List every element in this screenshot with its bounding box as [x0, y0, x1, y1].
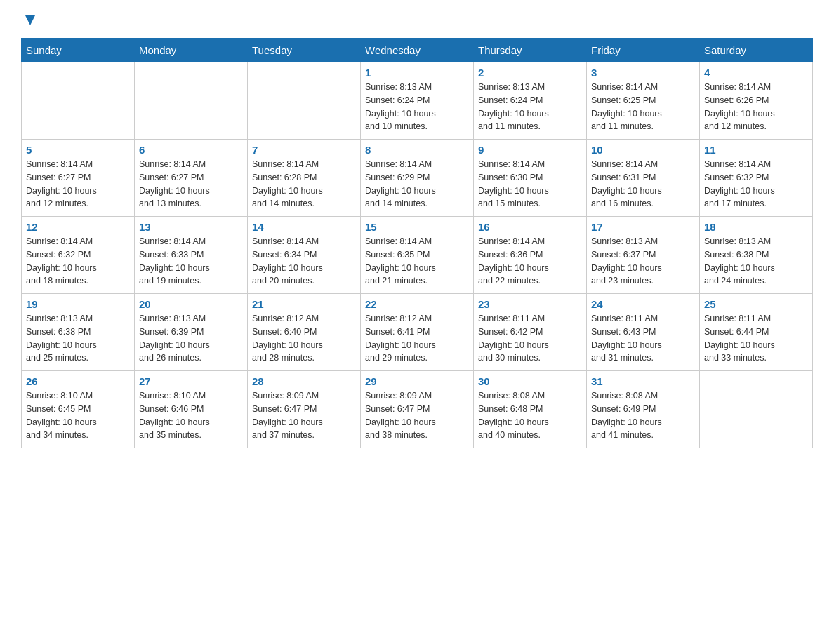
day-info: Sunrise: 8:12 AM Sunset: 6:40 PM Dayligh…: [252, 312, 356, 365]
day-number: 2: [478, 67, 582, 79]
day-info: Sunrise: 8:09 AM Sunset: 6:47 PM Dayligh…: [365, 389, 469, 442]
calendar-cell: 13Sunrise: 8:14 AM Sunset: 6:33 PM Dayli…: [135, 217, 248, 294]
day-number: 9: [478, 144, 582, 156]
day-info: Sunrise: 8:14 AM Sunset: 6:26 PM Dayligh…: [704, 81, 808, 133]
day-info: Sunrise: 8:13 AM Sunset: 6:39 PM Dayligh…: [139, 312, 243, 365]
day-number: 7: [252, 144, 356, 156]
day-number: 12: [26, 221, 130, 233]
day-info: Sunrise: 8:14 AM Sunset: 6:32 PM Dayligh…: [26, 235, 130, 288]
day-info: Sunrise: 8:14 AM Sunset: 6:36 PM Dayligh…: [478, 235, 582, 288]
calendar-cell: 1Sunrise: 8:13 AM Sunset: 6:24 PM Daylig…: [361, 62, 474, 140]
day-number: 19: [26, 298, 130, 310]
day-info: Sunrise: 8:13 AM Sunset: 6:37 PM Dayligh…: [591, 235, 695, 288]
calendar-cell: 30Sunrise: 8:08 AM Sunset: 6:48 PM Dayli…: [474, 371, 587, 448]
day-number: 27: [139, 375, 243, 387]
calendar-cell: 14Sunrise: 8:14 AM Sunset: 6:34 PM Dayli…: [248, 217, 361, 294]
calendar-cell: 9Sunrise: 8:14 AM Sunset: 6:30 PM Daylig…: [474, 140, 587, 217]
day-number: 17: [591, 221, 695, 233]
day-number: 13: [139, 221, 243, 233]
calendar-cell: 25Sunrise: 8:11 AM Sunset: 6:44 PM Dayli…: [700, 294, 813, 371]
day-info: Sunrise: 8:14 AM Sunset: 6:28 PM Dayligh…: [252, 158, 356, 210]
column-header-monday: Monday: [135, 39, 248, 62]
day-info: Sunrise: 8:12 AM Sunset: 6:41 PM Dayligh…: [365, 312, 469, 365]
day-info: Sunrise: 8:10 AM Sunset: 6:45 PM Dayligh…: [26, 389, 130, 442]
day-info: Sunrise: 8:09 AM Sunset: 6:47 PM Dayligh…: [252, 389, 356, 442]
day-info: Sunrise: 8:13 AM Sunset: 6:24 PM Dayligh…: [478, 81, 582, 133]
calendar-cell: 28Sunrise: 8:09 AM Sunset: 6:47 PM Dayli…: [248, 371, 361, 448]
calendar-cell: 10Sunrise: 8:14 AM Sunset: 6:31 PM Dayli…: [587, 140, 700, 217]
calendar-table: SundayMondayTuesdayWednesdayThursdayFrid…: [21, 38, 813, 448]
calendar-cell: [248, 62, 361, 140]
day-info: Sunrise: 8:14 AM Sunset: 6:35 PM Dayligh…: [365, 235, 469, 288]
day-number: 5: [26, 144, 130, 156]
day-number: 24: [591, 298, 695, 310]
day-number: 15: [365, 221, 469, 233]
day-number: 1: [365, 67, 469, 79]
day-number: 18: [704, 221, 808, 233]
column-header-tuesday: Tuesday: [248, 39, 361, 62]
page-header: [21, 14, 813, 24]
day-info: Sunrise: 8:13 AM Sunset: 6:38 PM Dayligh…: [704, 235, 808, 288]
day-number: 25: [704, 298, 808, 310]
calendar-cell: 26Sunrise: 8:10 AM Sunset: 6:45 PM Dayli…: [22, 371, 135, 448]
day-number: 4: [704, 67, 808, 79]
calendar-cell: [22, 62, 135, 140]
calendar-cell: 18Sunrise: 8:13 AM Sunset: 6:38 PM Dayli…: [700, 217, 813, 294]
day-number: 11: [704, 144, 808, 156]
calendar-cell: 7Sunrise: 8:14 AM Sunset: 6:28 PM Daylig…: [248, 140, 361, 217]
calendar-cell: 4Sunrise: 8:14 AM Sunset: 6:26 PM Daylig…: [700, 62, 813, 140]
column-header-saturday: Saturday: [700, 39, 813, 62]
day-info: Sunrise: 8:11 AM Sunset: 6:44 PM Dayligh…: [704, 312, 808, 365]
day-info: Sunrise: 8:13 AM Sunset: 6:24 PM Dayligh…: [365, 81, 469, 133]
calendar-cell: 5Sunrise: 8:14 AM Sunset: 6:27 PM Daylig…: [22, 140, 135, 217]
calendar-cell: 16Sunrise: 8:14 AM Sunset: 6:36 PM Dayli…: [474, 217, 587, 294]
day-info: Sunrise: 8:14 AM Sunset: 6:27 PM Dayligh…: [139, 158, 243, 210]
calendar-cell: 6Sunrise: 8:14 AM Sunset: 6:27 PM Daylig…: [135, 140, 248, 217]
day-number: 21: [252, 298, 356, 310]
day-info: Sunrise: 8:08 AM Sunset: 6:48 PM Dayligh…: [478, 389, 582, 442]
calendar-week-row: 19Sunrise: 8:13 AM Sunset: 6:38 PM Dayli…: [22, 294, 813, 371]
calendar-cell: 11Sunrise: 8:14 AM Sunset: 6:32 PM Dayli…: [700, 140, 813, 217]
day-number: 22: [365, 298, 469, 310]
calendar-cell: 20Sunrise: 8:13 AM Sunset: 6:39 PM Dayli…: [135, 294, 248, 371]
day-number: 6: [139, 144, 243, 156]
day-info: Sunrise: 8:14 AM Sunset: 6:32 PM Dayligh…: [704, 158, 808, 210]
day-info: Sunrise: 8:14 AM Sunset: 6:34 PM Dayligh…: [252, 235, 356, 288]
calendar-week-row: 12Sunrise: 8:14 AM Sunset: 6:32 PM Dayli…: [22, 217, 813, 294]
day-number: 28: [252, 375, 356, 387]
calendar-header-row: SundayMondayTuesdayWednesdayThursdayFrid…: [22, 39, 813, 62]
day-info: Sunrise: 8:08 AM Sunset: 6:49 PM Dayligh…: [591, 389, 695, 442]
day-number: 30: [478, 375, 582, 387]
day-number: 16: [478, 221, 582, 233]
day-info: Sunrise: 8:11 AM Sunset: 6:42 PM Dayligh…: [478, 312, 582, 365]
day-info: Sunrise: 8:14 AM Sunset: 6:31 PM Dayligh…: [591, 158, 695, 210]
logo-triangle-icon: [22, 13, 38, 28]
calendar-cell: 19Sunrise: 8:13 AM Sunset: 6:38 PM Dayli…: [22, 294, 135, 371]
svg-marker-0: [25, 15, 35, 25]
day-number: 31: [591, 375, 695, 387]
calendar-week-row: 5Sunrise: 8:14 AM Sunset: 6:27 PM Daylig…: [22, 140, 813, 217]
day-number: 20: [139, 298, 243, 310]
calendar-cell: 3Sunrise: 8:14 AM Sunset: 6:25 PM Daylig…: [587, 62, 700, 140]
day-number: 29: [365, 375, 469, 387]
calendar-cell: 23Sunrise: 8:11 AM Sunset: 6:42 PM Dayli…: [474, 294, 587, 371]
column-header-wednesday: Wednesday: [361, 39, 474, 62]
calendar-cell: 22Sunrise: 8:12 AM Sunset: 6:41 PM Dayli…: [361, 294, 474, 371]
day-info: Sunrise: 8:13 AM Sunset: 6:38 PM Dayligh…: [26, 312, 130, 365]
calendar-cell: 31Sunrise: 8:08 AM Sunset: 6:49 PM Dayli…: [587, 371, 700, 448]
logo: [21, 14, 38, 24]
calendar-cell: 8Sunrise: 8:14 AM Sunset: 6:29 PM Daylig…: [361, 140, 474, 217]
calendar-cell: 12Sunrise: 8:14 AM Sunset: 6:32 PM Dayli…: [22, 217, 135, 294]
calendar-cell: 27Sunrise: 8:10 AM Sunset: 6:46 PM Dayli…: [135, 371, 248, 448]
day-info: Sunrise: 8:14 AM Sunset: 6:29 PM Dayligh…: [365, 158, 469, 210]
day-number: 10: [591, 144, 695, 156]
day-number: 23: [478, 298, 582, 310]
day-number: 14: [252, 221, 356, 233]
day-info: Sunrise: 8:14 AM Sunset: 6:30 PM Dayligh…: [478, 158, 582, 210]
day-info: Sunrise: 8:14 AM Sunset: 6:33 PM Dayligh…: [139, 235, 243, 288]
calendar-cell: 29Sunrise: 8:09 AM Sunset: 6:47 PM Dayli…: [361, 371, 474, 448]
calendar-cell: 15Sunrise: 8:14 AM Sunset: 6:35 PM Dayli…: [361, 217, 474, 294]
calendar-cell: [135, 62, 248, 140]
day-info: Sunrise: 8:14 AM Sunset: 6:25 PM Dayligh…: [591, 81, 695, 133]
calendar-cell: 2Sunrise: 8:13 AM Sunset: 6:24 PM Daylig…: [474, 62, 587, 140]
